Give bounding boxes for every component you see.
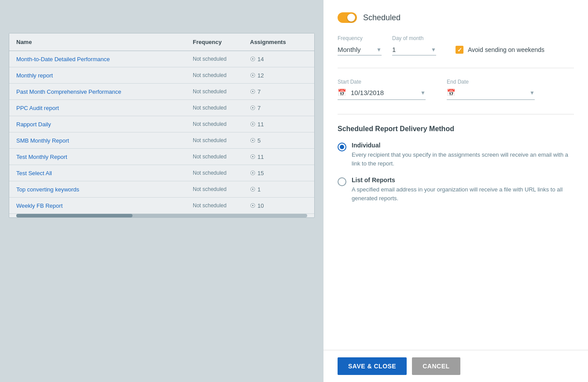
end-date-label: End Date [447,79,535,85]
frequency-select[interactable]: Monthly Daily Weekly [338,44,382,55]
row-assignments: ☉ 15 [250,169,307,176]
assignment-count: 10 [257,202,264,209]
row-name[interactable]: Top converting keywords [16,186,193,193]
radio-inner [340,145,344,149]
assignment-count: 7 [257,105,261,111]
panel-content: Scheduled Frequency Monthly Daily Weekly… [323,0,588,350]
toggle-track [338,12,357,23]
table-row[interactable]: Top converting keywords Not scheduled ☉ … [9,181,314,198]
end-date-select[interactable] [460,89,525,96]
row-assignments: ☉ 1 [250,186,307,193]
share-icon: ☉ [250,202,256,209]
table-row[interactable]: Monthly report Not scheduled ☉ 12 [9,67,314,84]
table-body: Month-to-Date Detailed Performance Not s… [9,51,314,214]
table-row[interactable]: Test Select All Not scheduled ☉ 15 [9,165,314,181]
option-text-1: List of Reports A specified email addres… [352,176,574,202]
start-date-calendar-icon: 📅 [338,88,346,97]
share-icon: ☉ [250,55,256,62]
table-row[interactable]: Past Month Comprehensive Performance Not… [9,84,314,100]
row-assignments: ☉ 11 [250,153,307,160]
share-icon: ☉ [250,153,256,160]
save-close-button[interactable]: SAVE & CLOSE [338,357,407,375]
share-icon: ☉ [250,186,256,193]
start-date-group: Start Date 📅 10/13/2018 ▼ [338,79,426,100]
table-row[interactable]: Rapport Daily Not scheduled ☉ 11 [9,116,314,132]
row-name[interactable]: Past Month Comprehensive Performance [16,88,193,95]
day-of-month-group: Day of month 1 2 5 10 15 20 28 ▼ [392,35,436,55]
row-name[interactable]: Month-to-Date Detailed Performance [16,56,193,62]
frequency-select-wrapper: Monthly Daily Weekly ▼ [338,44,382,55]
reports-table: Name Frequency Assignments Month-to-Date… [9,33,315,218]
share-icon: ☉ [250,121,256,128]
row-frequency: Not scheduled [193,202,250,209]
table-row[interactable]: Month-to-Date Detailed Performance Not s… [9,51,314,67]
row-assignments: ☉ 10 [250,202,307,209]
col-header-frequency: Frequency [193,39,250,45]
day-of-month-label: Day of month [392,35,436,41]
row-frequency: Not scheduled [193,105,250,111]
row-frequency: Not scheduled [193,170,250,176]
option-title-0: Individual [352,142,574,149]
table-row[interactable]: Weekly FB Report Not scheduled ☉ 10 [9,198,314,214]
row-name[interactable]: Test Monthly Report [16,154,193,160]
start-date-arrow-icon: ▼ [420,90,426,96]
row-assignments: ☉ 7 [250,104,307,111]
row-assignments: ☉ 7 [250,88,307,95]
row-name[interactable]: Test Select All [16,170,193,176]
avoid-weekends-group: ✓ Avoid sending on weekends [456,46,544,54]
row-frequency: Not scheduled [193,72,250,78]
table-row[interactable]: SMB Monthly Report Not scheduled ☉ 5 [9,132,314,149]
row-frequency: Not scheduled [193,137,250,143]
table-row[interactable]: PPC Audit report Not scheduled ☉ 7 [9,100,314,116]
assignment-count: 7 [257,88,261,95]
scheduled-header: Scheduled [338,12,574,23]
row-name[interactable]: Rapport Daily [16,121,193,128]
scheduled-toggle[interactable] [338,12,357,23]
assignment-count: 14 [257,56,264,62]
end-date-input-wrapper: 📅 ▼ [447,88,535,100]
share-icon: ☉ [250,137,256,144]
table-scrollbar[interactable] [16,214,307,217]
row-name[interactable]: SMB Monthly Report [16,137,193,144]
end-date-calendar-icon: 📅 [447,88,456,97]
delivery-option-0[interactable]: Individual Every recipient that you spec… [338,142,574,168]
delivery-option-1[interactable]: List of Reports A specified email addres… [338,176,574,202]
end-date-arrow-icon: ▼ [529,90,535,96]
row-name[interactable]: PPC Audit report [16,105,193,111]
delivery-options: Individual Every recipient that you spec… [338,142,574,202]
share-icon: ☉ [250,72,256,79]
share-icon: ☉ [250,169,256,176]
assignment-count: 5 [257,137,261,144]
assignment-count: 11 [257,121,264,128]
background-table-area: Name Frequency Assignments Month-to-Date… [0,0,323,382]
option-desc-0: Every recipient that you specify in the … [352,151,574,168]
row-frequency: Not scheduled [193,121,250,127]
day-of-month-select[interactable]: 1 2 5 10 15 20 28 [392,44,436,55]
toggle-thumb [347,14,355,22]
share-icon: ☉ [250,104,256,111]
table-header: Name Frequency Assignments [9,33,314,51]
row-name[interactable]: Weekly FB Report [16,202,193,209]
row-name[interactable]: Monthly report [16,72,193,79]
scheduled-label: Scheduled [363,13,401,22]
frequency-group: Frequency Monthly Daily Weekly ▼ [338,35,382,55]
row-assignments: ☉ 5 [250,137,307,144]
assignment-count: 1 [257,186,261,193]
avoid-weekends-label: Avoid sending on weekends [468,46,544,53]
radio-button-0[interactable] [338,143,346,151]
row-frequency: Not scheduled [193,56,250,62]
table-row[interactable]: Test Monthly Report Not scheduled ☉ 11 [9,149,314,165]
row-assignments: ☉ 14 [250,55,307,62]
option-text-0: Individual Every recipient that you spec… [352,142,574,168]
share-icon: ☉ [250,88,256,95]
start-date-select[interactable]: 10/13/2018 [351,89,416,96]
end-date-group: End Date 📅 ▼ [447,79,535,100]
cancel-button[interactable]: CANCEL [412,357,460,375]
scrollbar-thumb[interactable] [16,214,132,217]
frequency-row: Frequency Monthly Daily Weekly ▼ Day of … [338,35,574,55]
start-date-label: Start Date [338,79,426,85]
radio-button-1[interactable] [338,177,346,186]
avoid-weekends-checkbox[interactable]: ✓ [456,46,463,54]
divider-2 [338,114,574,114]
row-frequency: Not scheduled [193,88,250,95]
